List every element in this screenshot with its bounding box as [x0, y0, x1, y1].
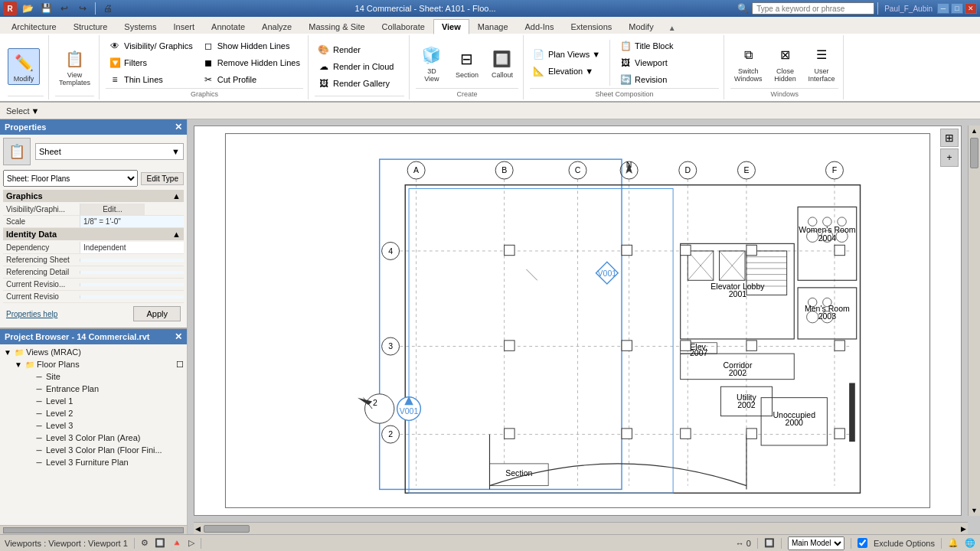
tree-level3-color-floor[interactable]: ─ Level 3 Color Plan (Floor Fini... [2, 444, 185, 456]
hscroll-left[interactable]: ◀ [194, 525, 202, 533]
section-btn[interactable]: ⊟ Section [451, 44, 483, 81]
properties-help-link[interactable]: Properties help [6, 310, 57, 318]
tab-extensions[interactable]: Extensions [562, 19, 620, 34]
3d-view-btn[interactable]: 🧊 3DView [416, 41, 448, 85]
view-templates-button[interactable]: 📋 ViewTemplates [55, 44, 94, 89]
zoom-in-btn[interactable]: + [940, 148, 959, 167]
tab-annotate[interactable]: Annotate [203, 19, 253, 34]
scale-prop-value[interactable]: 1/8" = 1'-0" [80, 216, 184, 227]
render-cloud-btn[interactable]: ☁ Render in Cloud [315, 59, 397, 74]
zoom-fit-btn[interactable]: ⊞ [940, 129, 959, 147]
canvas-hscroll[interactable]: ◀ ▶ [194, 522, 968, 534]
tab-structure[interactable]: Structure [65, 19, 116, 34]
status-sep5 [851, 538, 851, 549]
cut-profile-btn[interactable]: ✂ Cut Profile [199, 72, 303, 87]
thin-lines-btn[interactable]: ≡ Thin Lines [106, 72, 196, 87]
maximize-btn[interactable]: □ [951, 3, 963, 14]
properties-close[interactable]: ✕ [175, 122, 182, 132]
edit-type-button[interactable]: Edit Type [141, 172, 184, 185]
tree-level3[interactable]: ─ Level 3 [2, 419, 185, 432]
minimize-btn[interactable]: ─ [937, 3, 949, 14]
qa-undo[interactable]: ↩ [57, 1, 72, 16]
ref-detail-prop-value[interactable] [80, 271, 184, 274]
ref-sheet-prop-value[interactable] [80, 259, 184, 262]
dependency-prop-value: Independent [80, 242, 184, 253]
tab-modify[interactable]: Modify [620, 19, 662, 34]
status-bar: Viewports : Viewport : Viewport 1 ⚙ 🔲 🔺 … [0, 534, 980, 551]
floor-plans-label: Floor Plans [37, 360, 80, 369]
revision-icon: 🔄 [619, 73, 632, 86]
tab-collaborate[interactable]: Collaborate [374, 19, 433, 34]
tree-level3-furniture[interactable]: ─ Level 3 Furniture Plan [2, 456, 185, 468]
vscroll-thumb[interactable] [970, 138, 978, 168]
qa-open[interactable]: 📂 [20, 1, 35, 16]
tree-floor-plans[interactable]: ▼ 📁 Floor Plans ☐ [2, 358, 185, 370]
curr-rev1-prop-value[interactable] [80, 283, 184, 286]
exclude-options-checkbox[interactable] [858, 538, 867, 548]
visibility-graphics-btn[interactable]: 👁 Visibility/ Graphics [106, 38, 196, 54]
tab-addins[interactable]: Add-Ins [517, 19, 563, 34]
prop-type-select[interactable]: Sheet ▼ [35, 143, 184, 160]
filters-btn[interactable]: 🔽 Filters [106, 55, 196, 70]
revision-btn[interactable]: 🔄 Revision [616, 72, 676, 87]
tree-entrance-plan[interactable]: ─ Entrance Plan [2, 383, 185, 395]
tab-view[interactable]: View [433, 19, 469, 34]
render-gallery-btn[interactable]: 🖼 Render Gallery [315, 76, 397, 91]
browser-close[interactable]: ✕ [175, 331, 182, 342]
hscroll-thumb[interactable] [204, 525, 250, 533]
qa-redo[interactable]: ↪ [75, 1, 90, 16]
svg-text:C: C [575, 165, 581, 174]
canvas-vscroll[interactable]: ▲ ▼ [968, 126, 980, 516]
apply-button[interactable]: Apply [133, 306, 181, 321]
tab-massing[interactable]: Massing & Site [300, 19, 373, 34]
browser-scrollbar[interactable] [0, 525, 187, 534]
switch-windows-btn[interactable]: ⧉ SwitchWindows [730, 41, 766, 85]
user-interface-btn[interactable]: ☰ UserInterface [804, 41, 838, 85]
model-select[interactable]: Main Model [788, 536, 844, 550]
tree-level1[interactable]: ─ Level 1 [2, 395, 185, 407]
tab-systems[interactable]: Systems [116, 19, 165, 34]
tab-architecture[interactable]: Architecture [3, 19, 65, 34]
callout-btn[interactable]: 🔲 Callout [486, 44, 518, 81]
level1-label: Level 1 [46, 396, 73, 406]
search-btn[interactable]: 🔍 [735, 1, 750, 16]
hscroll-right[interactable]: ▶ [959, 525, 968, 533]
scale-prop-row: Scale 1/8" = 1'-0" [3, 216, 184, 228]
close-hidden-btn[interactable]: ⊠ CloseHidden [769, 41, 801, 85]
plan-views-btn[interactable]: 📄 Plan Views ▼ [530, 47, 603, 62]
render-btn[interactable]: 🎨 Render [315, 42, 397, 57]
remove-hidden-btn[interactable]: ◼ Remove Hidden Lines [199, 55, 303, 70]
modify-button[interactable]: ✏️ Modify [8, 48, 40, 85]
titlebar-title: 14 Commercial - Sheet: A101 - Floo... [116, 4, 735, 13]
viewport-btn[interactable]: 🖼 Viewport [616, 55, 676, 70]
graphics-small-btns: 👁 Visibility/ Graphics 🔽 Filters ≡ Thin … [106, 38, 196, 87]
elevation-btn[interactable]: 📐 Elevation ▼ [530, 64, 596, 79]
sheet-select-dropdown[interactable]: Sheet: Floor Plans [3, 170, 138, 187]
graphics-section-header[interactable]: Graphics ▲ [3, 190, 184, 202]
visibility-prop-value[interactable]: Edit... [80, 204, 145, 215]
qa-save[interactable]: 💾 [38, 1, 54, 16]
identity-section-header[interactable]: Identity Data ▲ [3, 228, 184, 240]
tree-level2[interactable]: ─ Level 2 [2, 407, 185, 419]
tab-manage[interactable]: Manage [469, 19, 517, 34]
show-hidden-btn[interactable]: ◻ Show Hidden Lines [199, 38, 303, 54]
vscroll-up[interactable]: ▲ [969, 126, 980, 136]
title-block-btn[interactable]: 📋 Title Block [616, 38, 676, 54]
vscroll-down[interactable]: ▼ [969, 505, 980, 516]
curr-rev2-prop-value[interactable] [80, 295, 184, 298]
close-btn[interactable]: ✕ [965, 3, 977, 14]
tree-root[interactable]: ▼ 📁 Views (MRAC) [2, 346, 185, 358]
tab-insert[interactable]: Insert [165, 19, 204, 34]
tab-expand[interactable]: ▲ [665, 22, 679, 34]
qa-print[interactable]: 🖨 [100, 1, 116, 16]
title-search-input[interactable] [752, 2, 874, 15]
render-gallery-icon: 🖼 [318, 77, 330, 90]
curr-rev1-prop-name: Current Revisio... [3, 279, 80, 290]
canvas-area[interactable]: A B C N D E [188, 119, 980, 534]
browser-scroll-thumb[interactable] [3, 527, 184, 533]
tab-analyze[interactable]: Analyze [253, 19, 300, 34]
tree-level3-color-area[interactable]: ─ Level 3 Color Plan (Area) [2, 432, 185, 444]
tree-site[interactable]: ─ Site [2, 370, 185, 383]
ribbon-group-sheet-comp: 📄 Plan Views ▼ 📐 Elevation ▼ 📋 Title Blo… [525, 35, 724, 99]
select-dropdown[interactable]: Select ▼ [6, 106, 39, 116]
